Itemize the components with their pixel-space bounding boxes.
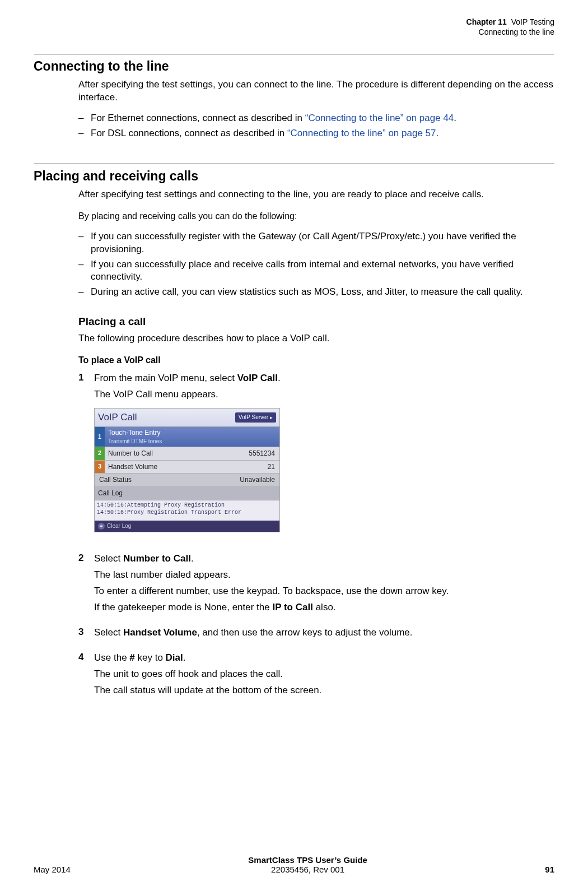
chapter-label: Chapter 11	[466, 17, 507, 26]
row-label: Handset Volume	[105, 461, 263, 474]
step-1: 1 From the main VoIP menu, select VoIP C…	[78, 371, 554, 544]
xref-line-44[interactable]: “Connecting to the line” on page 44	[305, 113, 454, 123]
voip-server-softkey[interactable]: VoIP Server	[235, 412, 276, 423]
step-3: 3 Select Handset Volume, and then use th…	[78, 625, 554, 643]
placing-call-intro: The following procedure describes how to…	[78, 332, 554, 345]
chapter-title: VoIP Testing	[511, 17, 554, 26]
xref-line-57[interactable]: “Connecting to the line” on page 57	[287, 128, 436, 138]
section2-bullet-connectivity: If you can successfully place and receiv…	[78, 258, 554, 284]
row-label: Touch-Tone Entry	[108, 428, 276, 438]
row-number-2: 2	[95, 447, 105, 460]
voip-row-call-log: Call Log	[95, 487, 279, 500]
step-number: 3	[78, 625, 94, 643]
step-number: 2	[78, 551, 94, 618]
section1-intro: After specifying the test settings, you …	[78, 78, 554, 104]
page-footer: May 2014 SmartClass TPS User’s Guide 220…	[34, 855, 554, 874]
row-sublabel: Transmit DTMF tones	[108, 438, 276, 446]
footer-title: SmartClass TPS User’s Guide	[71, 855, 545, 865]
row-number-1: 1	[95, 427, 105, 447]
step-number: 1	[78, 371, 94, 544]
clear-log-label: Clear Log	[107, 522, 131, 530]
row-label: Call Status	[95, 474, 235, 486]
section-rule	[34, 54, 554, 54]
row-value: 21	[263, 461, 279, 474]
footer-docnum: 22035456, Rev 001	[71, 865, 545, 874]
row-value: Unavailable	[235, 474, 279, 486]
log-line: 14:50:16:Attempting Proxy Registration	[97, 502, 277, 509]
step-2: 2 Select Number to Call. The last number…	[78, 551, 554, 618]
section2-bullet-quality: During an active call, you can view stat…	[78, 286, 554, 299]
section2-intro: After specifying test settings and conne…	[78, 188, 554, 201]
voip-row-number-to-call[interactable]: 2 Number to Call 5551234	[95, 447, 279, 461]
step-4: 4 Use the # key to Dial. The unit to goe…	[78, 651, 554, 700]
section-rule	[34, 164, 554, 164]
voip-call-screenshot: VoIP Call VoIP Server 1 Touch-Tone Entry…	[94, 408, 280, 532]
page-number: 91	[545, 865, 554, 874]
section2-list: If you can successfully register with th…	[78, 230, 554, 299]
section1-bullet-dsl: For DSL connections, connect as describe…	[78, 127, 554, 140]
row-label: Number to Call	[105, 447, 244, 460]
section2-subintro: By placing and receiving calls you can d…	[78, 210, 554, 222]
placing-call-title: Placing a call	[78, 315, 554, 328]
voip-row-touchtone[interactable]: 1 Touch-Tone Entry Transmit DTMF tones	[95, 427, 279, 447]
section1-list: For Ethernet connections, connect as des…	[78, 112, 554, 140]
voip-title: VoIP Call	[98, 411, 137, 424]
section-crumb: Connecting to the line	[34, 27, 554, 37]
section2-bullet-provisioning: If you can successfully register with th…	[78, 230, 554, 256]
page-header: Chapter 11 VoIP Testing Connecting to th…	[34, 17, 554, 37]
star-icon: ✶	[98, 523, 105, 530]
voip-row-handset-volume[interactable]: 3 Handset Volume 21	[95, 461, 279, 474]
row-number-3: 3	[95, 461, 105, 474]
footer-date: May 2014	[34, 865, 71, 874]
step-number: 4	[78, 651, 94, 700]
voip-row-call-status: Call Status Unavailable	[95, 474, 279, 487]
section1-bullet-ethernet: For Ethernet connections, connect as des…	[78, 112, 554, 125]
row-value: 5551234	[244, 447, 279, 460]
section-title-placing: Placing and receiving calls	[34, 169, 554, 184]
procedure-title: To place a VoIP call	[78, 355, 554, 365]
log-line: 14:50:16:Proxy Registration Transport Er…	[97, 509, 277, 516]
section-title-connecting: Connecting to the line	[34, 59, 554, 74]
voip-footer-clear-log[interactable]: ✶ Clear Log	[95, 521, 279, 532]
voip-log-area: 14:50:16:Attempting Proxy Registration 1…	[95, 500, 279, 521]
